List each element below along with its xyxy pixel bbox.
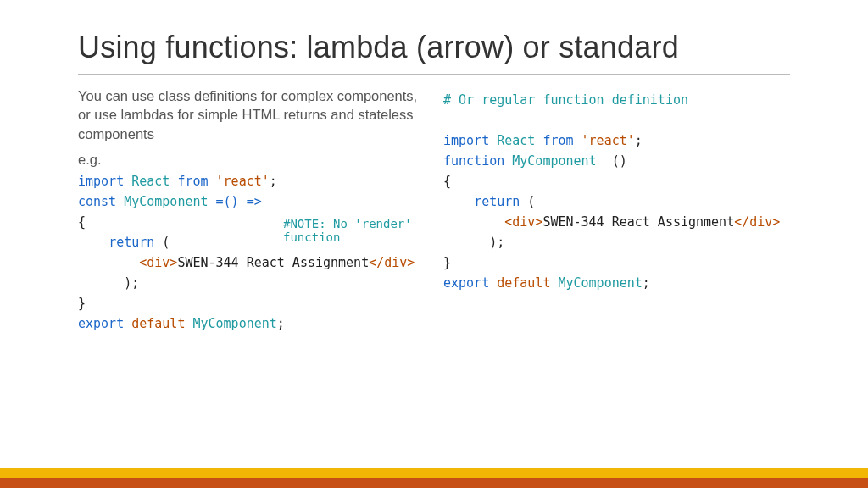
footer-bars — [0, 468, 868, 488]
left-code: import React from 'react'; const MyCompo… — [78, 171, 425, 334]
right-code: # Or regular function definition import … — [443, 90, 790, 293]
ident-comp: MyComponent — [192, 316, 276, 331]
brace-open: { — [443, 174, 451, 189]
paren-open: ( — [154, 235, 170, 250]
columns: You can use class definitions for comple… — [78, 86, 790, 334]
semi: ; — [643, 275, 650, 291]
paren-close: ); — [78, 275, 139, 291]
accent-bar-top — [0, 468, 868, 478]
kw-default: default — [131, 316, 185, 331]
divider — [78, 74, 790, 75]
accent-bar-bottom — [0, 478, 868, 488]
slide: Using functions: lambda (arrow) or stand… — [0, 0, 868, 488]
note-no-render: #NOTE: No 'render' function — [283, 217, 425, 244]
indent — [443, 194, 474, 209]
tag-open: <div> — [504, 214, 542, 230]
kw-import: import — [443, 133, 489, 148]
ident-react: React — [131, 174, 170, 189]
kw-const: const — [78, 194, 116, 209]
right-column: # Or regular function definition import … — [443, 86, 790, 334]
semi: ; — [270, 174, 277, 189]
ident-comp: MyComponent — [558, 275, 642, 291]
str-react: 'react' — [581, 133, 635, 148]
kw-return: return — [108, 235, 154, 250]
ident-comp: MyComponent — [512, 153, 596, 169]
kw-return: return — [474, 194, 520, 209]
semi: ; — [277, 316, 285, 331]
kw-export: export — [78, 316, 124, 331]
jsx-text: SWEN-344 React Assignment — [177, 255, 369, 270]
ident-comp: MyComponent — [124, 194, 208, 209]
left-column: You can use class definitions for comple… — [78, 86, 425, 334]
comment-line: # Or regular function definition — [443, 92, 688, 108]
semi: ; — [635, 133, 643, 148]
kw-import: import — [78, 174, 124, 189]
kw-from: from — [177, 174, 208, 189]
kw-function: function — [443, 153, 504, 169]
paren-close: ); — [443, 235, 504, 250]
kw-export: export — [443, 275, 489, 291]
kw-from: from — [542, 133, 573, 148]
indent — [78, 235, 108, 250]
brace-close: } — [443, 255, 451, 270]
eg-label: e.g. — [78, 152, 425, 168]
tag-close: </div> — [734, 214, 780, 230]
str-react: 'react' — [216, 174, 270, 189]
brace-open: { — [78, 214, 86, 230]
tag-close: </div> — [369, 255, 415, 270]
paren-open: ( — [520, 194, 535, 209]
indent — [78, 255, 139, 270]
indent — [443, 214, 504, 230]
ident-react: React — [497, 133, 535, 148]
jsx-text: SWEN-344 React Assignment — [542, 214, 734, 230]
parens: () — [597, 153, 627, 169]
slide-title: Using functions: lambda (arrow) or stand… — [78, 29, 790, 65]
tag-open: <div> — [139, 255, 177, 270]
arrow-op: =() => — [216, 194, 262, 209]
brace-close: } — [78, 296, 86, 311]
intro-text: You can use class definitions for comple… — [78, 86, 425, 143]
kw-default: default — [497, 275, 550, 291]
